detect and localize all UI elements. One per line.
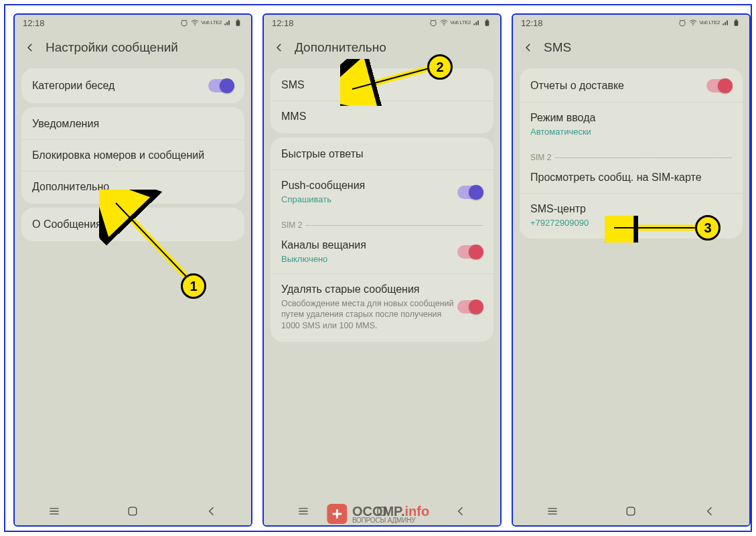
notifications-item[interactable]: Уведомления xyxy=(21,109,244,139)
back-nav-icon[interactable] xyxy=(703,505,716,518)
input-mode-sub: Автоматически xyxy=(530,127,595,137)
wifi-icon xyxy=(688,18,698,27)
svg-point-6 xyxy=(443,25,445,26)
mms-label: MMS xyxy=(281,111,306,123)
input-mode-label: Режим ввода xyxy=(530,112,595,124)
recent-apps-icon[interactable] xyxy=(48,505,61,518)
svg-point-10 xyxy=(680,21,685,26)
recent-apps-icon[interactable] xyxy=(297,505,310,518)
svg-point-0 xyxy=(181,21,187,26)
recent-apps-icon[interactable] xyxy=(546,505,559,518)
broadcast-channels-label: Каналы вещания xyxy=(281,239,366,251)
delivery-reports-toggle[interactable] xyxy=(706,79,732,92)
android-navbar xyxy=(513,497,749,525)
notifications-label: Уведомления xyxy=(32,118,99,130)
back-button[interactable] xyxy=(273,42,285,54)
alarm-icon xyxy=(429,18,438,27)
quick-replies-label: Быстрые ответы xyxy=(281,148,363,160)
battery-icon xyxy=(483,18,492,27)
group-main: Уведомления Блокировка номеров и сообщен… xyxy=(21,107,244,204)
battery-icon xyxy=(732,18,741,27)
sim-2-label: SIM 2 xyxy=(530,153,551,162)
chat-categories-item[interactable]: Категории бесед xyxy=(21,70,244,102)
back-button[interactable] xyxy=(24,42,36,54)
status-time: 12:18 xyxy=(521,18,543,28)
screen-header: Дополнительно xyxy=(264,31,500,64)
delivery-reports-label: Отчеты о доставке xyxy=(530,80,624,92)
battery-icon xyxy=(234,18,243,27)
mms-item[interactable]: MMS xyxy=(271,100,494,132)
sim-2-divider: SIM 2 xyxy=(520,146,743,162)
alarm-icon xyxy=(678,18,687,27)
sim-2-divider: SIM 2 xyxy=(271,214,494,230)
divider-line xyxy=(555,157,732,158)
home-icon[interactable] xyxy=(126,505,139,518)
status-icons: Vo6 LTE2 xyxy=(678,18,741,27)
page-title: SMS xyxy=(544,40,571,55)
back-nav-icon[interactable] xyxy=(205,505,218,518)
alarm-icon xyxy=(179,18,189,27)
lte-label: LTE2 xyxy=(210,20,222,25)
signal-icon xyxy=(721,18,731,27)
wifi-icon xyxy=(190,18,200,27)
broadcast-channels-sub: Выключено xyxy=(281,254,366,264)
svg-rect-7 xyxy=(485,21,489,26)
group-about: О Сообщения xyxy=(21,208,244,241)
sms-center-item[interactable]: SMS-центр +79272909090 xyxy=(520,193,743,237)
vo-label: Vo6 xyxy=(450,20,458,25)
group-sms-mms: SMS MMS xyxy=(271,68,494,133)
chevron-left-icon xyxy=(24,42,36,54)
status-bar: 12:18 Vo6 LTE2 xyxy=(513,15,749,31)
page-title: Дополнительно xyxy=(295,40,386,55)
svg-rect-12 xyxy=(735,21,739,26)
sms-item[interactable]: SMS xyxy=(271,70,494,100)
view-sim-messages-item[interactable]: Просмотреть сообщ. на SIM-карте xyxy=(520,162,743,193)
about-label: О Сообщения xyxy=(32,218,102,230)
back-nav-icon[interactable] xyxy=(454,505,467,518)
svg-rect-14 xyxy=(627,507,635,515)
blocking-item[interactable]: Блокировка номеров и сообщений xyxy=(21,139,244,171)
phone-screen-3: 12:18 Vo6 LTE2 SMS Отчеты о доставке xyxy=(512,13,751,527)
chat-categories-label: Категории бесед xyxy=(32,80,115,92)
status-bar: 12:18 Vo6 LTE2 xyxy=(264,15,500,31)
delete-old-messages-toggle[interactable] xyxy=(457,300,483,314)
wifi-icon xyxy=(439,18,449,27)
sms-center-sub: +79272909090 xyxy=(530,218,589,228)
watermark: OCOMP.info ВОПРОСЫ АДМИНУ xyxy=(327,504,429,524)
signal-icon xyxy=(472,18,481,27)
divider-line xyxy=(306,225,483,226)
push-messages-item[interactable]: Push-сообщения Спрашивать xyxy=(271,170,494,214)
broadcast-channels-item[interactable]: Каналы вещания Выключено xyxy=(271,230,494,273)
lte-label: LTE2 xyxy=(459,20,471,25)
status-icons: Vo6 LTE2 xyxy=(179,18,243,27)
android-navbar xyxy=(15,497,251,525)
group-additional-settings: Быстрые ответы Push-сообщения Спрашивать… xyxy=(271,137,494,342)
lte-label: LTE2 xyxy=(708,20,720,25)
screen-header: Настройки сообщений xyxy=(15,31,251,64)
about-item[interactable]: О Сообщения xyxy=(21,209,244,240)
group-sms-settings: Отчеты о доставке Режим ввода Автоматиче… xyxy=(520,68,743,239)
delete-old-messages-label: Удалять старые сообщения xyxy=(281,283,455,295)
broadcast-channels-toggle[interactable] xyxy=(457,245,483,259)
delivery-reports-item[interactable]: Отчеты о доставке xyxy=(520,70,743,102)
watermark-icon xyxy=(327,504,347,524)
blocking-label: Блокировка номеров и сообщений xyxy=(32,149,204,161)
additional-item[interactable]: Дополнительно xyxy=(21,171,244,202)
input-mode-item[interactable]: Режим ввода Автоматически xyxy=(520,102,743,146)
svg-rect-3 xyxy=(237,19,238,21)
push-messages-sub: Спрашивать xyxy=(281,194,365,204)
view-sim-messages-label: Просмотреть сообщ. на SIM-карте xyxy=(530,172,702,184)
push-messages-toggle[interactable] xyxy=(457,186,483,199)
svg-point-1 xyxy=(194,25,196,26)
back-button[interactable] xyxy=(522,42,534,54)
status-icons: Vo6 LTE2 xyxy=(429,18,492,27)
chat-categories-toggle[interactable] xyxy=(208,79,234,92)
svg-rect-13 xyxy=(735,19,737,21)
home-icon[interactable] xyxy=(624,505,637,518)
phone-screen-1: 12:18 Vo6 LTE2 Настройки сообщений Катег… xyxy=(13,13,252,527)
quick-replies-item[interactable]: Быстрые ответы xyxy=(271,139,494,170)
vo-label: Vo6 xyxy=(699,20,707,25)
delete-old-messages-sub: Освобождение места для новых сообщений п… xyxy=(281,298,455,331)
delete-old-messages-item[interactable]: Удалять старые сообщения Освобождение ме… xyxy=(271,273,494,340)
sim-2-label: SIM 2 xyxy=(281,220,302,230)
